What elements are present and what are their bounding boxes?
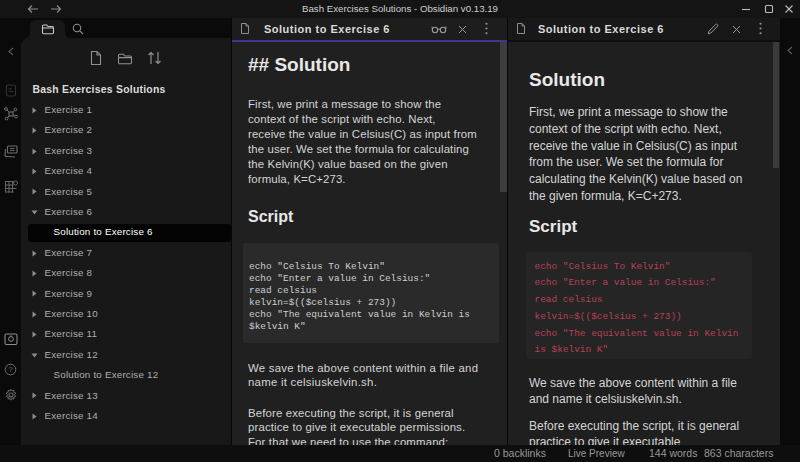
svg-text:?: ?	[8, 365, 13, 374]
